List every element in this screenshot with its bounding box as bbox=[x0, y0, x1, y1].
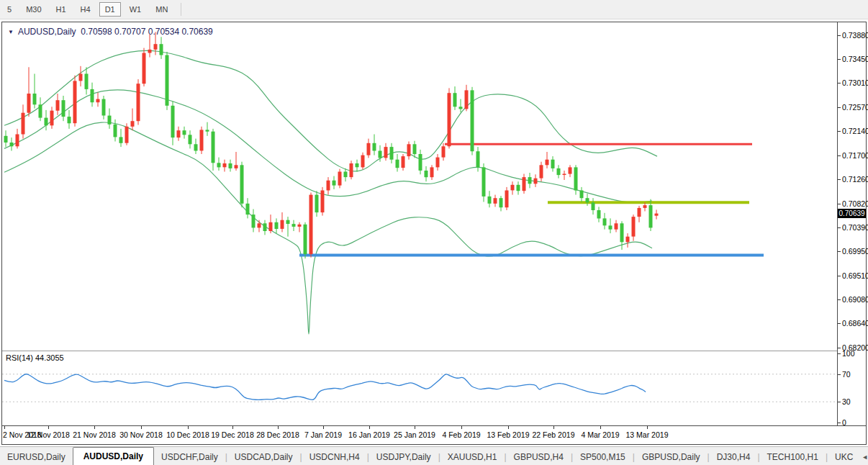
time-axis-label: 30 Nov 2018 bbox=[119, 430, 163, 439]
rsi-axis-label: 30 bbox=[842, 397, 851, 406]
tab-usdjpy-daily[interactable]: USDJPY,Daily bbox=[369, 449, 438, 465]
timeframe-button-5[interactable]: 5 bbox=[1, 2, 17, 17]
price-tick bbox=[838, 251, 841, 252]
time-axis-label: 13 Feb 2019 bbox=[487, 430, 530, 439]
price-axis-label: 0.69080 bbox=[842, 295, 868, 304]
toolbar-separator bbox=[181, 3, 181, 16]
price-axis-label: 0.72140 bbox=[842, 127, 868, 135]
price-axis-label: 0.69510 bbox=[842, 271, 868, 280]
tab-xauusd-h1[interactable]: XAUUSD,H1 bbox=[440, 449, 505, 465]
tab-usdcad-daily[interactable]: USDCAD,Daily bbox=[227, 449, 300, 465]
price-axis: 0.738800.734500.730100.725700.721400.717… bbox=[837, 22, 866, 425]
price-tick bbox=[838, 35, 841, 36]
tab-tech100-h1[interactable]: TECH100,H1 bbox=[760, 449, 826, 465]
tab-sp500-m15[interactable]: SP500,M15 bbox=[573, 449, 633, 465]
tab-scroll-left-icon[interactable]: ◄ bbox=[860, 453, 868, 465]
chart-window[interactable]: ▼AUDUSD,Daily 0.70598 0.70707 0.70534 0.… bbox=[1, 22, 867, 445]
rsi-indicator-label: RSI(14) 44.3055 bbox=[6, 353, 64, 362]
time-axis-label: 13 Mar 2019 bbox=[626, 430, 669, 439]
price-axis-label: 0.69950 bbox=[842, 247, 868, 256]
rsi-line bbox=[4, 374, 646, 400]
time-tick bbox=[553, 426, 554, 429]
tab-usdchf-daily[interactable]: USDCHF,Daily bbox=[154, 449, 225, 465]
tab-usdcnh-h4[interactable]: USDCNH,H4 bbox=[302, 449, 367, 465]
current-price-badge: 0.70639 bbox=[838, 209, 866, 218]
price-axis-label: 0.71260 bbox=[842, 175, 868, 184]
timeframe-button-d1[interactable]: D1 bbox=[99, 2, 121, 17]
time-axis-label: 4 Feb 2019 bbox=[442, 430, 480, 439]
tab-gbpusd-h4[interactable]: GBPUSD,H4 bbox=[507, 449, 571, 465]
timeframe-button-m30[interactable]: M30 bbox=[20, 2, 47, 17]
time-axis-label: 7 Jan 2019 bbox=[304, 430, 342, 439]
tab-ukc[interactable]: UKC bbox=[828, 449, 860, 465]
price-tick bbox=[838, 227, 841, 228]
price-tick bbox=[838, 107, 841, 108]
time-tick bbox=[278, 426, 279, 429]
price-tick bbox=[838, 155, 841, 156]
time-axis: 2 Nov 201812 Nov 201821 Nov 201830 Nov 2… bbox=[2, 425, 866, 443]
price-tick bbox=[838, 299, 841, 300]
bollinger-lower-band bbox=[4, 122, 652, 334]
time-axis-label: 4 Mar 2019 bbox=[581, 430, 619, 439]
price-axis-label: 0.68640 bbox=[842, 319, 868, 328]
tab-dj30-h4[interactable]: DJ30,H4 bbox=[710, 449, 758, 465]
time-tick bbox=[94, 426, 95, 429]
price-axis-label: 0.70390 bbox=[842, 223, 868, 232]
time-axis-label: 28 Dec 2018 bbox=[256, 430, 299, 439]
timeframe-button-w1[interactable]: W1 bbox=[124, 2, 148, 17]
chart-title: ▼AUDUSD,Daily 0.70598 0.70707 0.70534 0.… bbox=[8, 27, 213, 37]
price-axis-label: 0.70820 bbox=[842, 199, 868, 208]
timeframe-button-h4[interactable]: H4 bbox=[75, 2, 96, 17]
time-tick bbox=[647, 426, 648, 429]
price-tick bbox=[838, 204, 841, 204]
rsi-tick bbox=[838, 374, 841, 375]
chart-symbol-label: AUDUSD,Daily bbox=[18, 27, 76, 37]
price-tick bbox=[838, 179, 841, 180]
time-tick bbox=[4, 426, 5, 429]
price-axis-label: 0.71700 bbox=[842, 151, 868, 160]
time-tick bbox=[232, 426, 233, 429]
rsi-axis-label: 70 bbox=[842, 370, 851, 379]
chart-ohlc-values: 0.70598 0.70707 0.70534 0.70639 bbox=[81, 27, 213, 37]
rsi-axis-label: 0 bbox=[842, 418, 846, 427]
price-tick bbox=[838, 83, 841, 83]
rsi-tick bbox=[838, 353, 841, 354]
time-axis-label: 19 Dec 2018 bbox=[211, 430, 254, 439]
price-axis-label: 0.73880 bbox=[842, 31, 868, 40]
time-tick bbox=[48, 426, 49, 429]
time-tick bbox=[188, 426, 189, 429]
time-axis-label: 10 Dec 2018 bbox=[166, 430, 209, 439]
symbol-tab-bar: EURUSD,DailyAUDUSD,DailyUSDCHF,Daily|USD… bbox=[0, 446, 868, 465]
time-tick bbox=[141, 426, 142, 429]
time-tick bbox=[415, 426, 415, 429]
time-axis-label: 16 Jan 2019 bbox=[348, 430, 390, 439]
price-tick bbox=[838, 348, 841, 348]
main-chart-pane[interactable] bbox=[2, 22, 837, 351]
chart-dropdown-icon[interactable]: ▼ bbox=[8, 29, 14, 35]
timeframe-button-mn[interactable]: MN bbox=[150, 2, 173, 17]
price-tick bbox=[838, 323, 841, 324]
time-tick bbox=[600, 426, 601, 429]
timeframe-toolbar: 5M30H1H4D1W1MN bbox=[0, 0, 868, 19]
tab-gbpusd-daily[interactable]: GBPUSD,Daily bbox=[635, 449, 707, 465]
time-axis-label: 12 Nov 2018 bbox=[27, 430, 70, 439]
tab-eurusd-daily[interactable]: EURUSD,Daily bbox=[0, 449, 73, 465]
time-tick bbox=[323, 426, 324, 429]
timeframe-button-h1[interactable]: H1 bbox=[50, 2, 72, 17]
time-tick bbox=[508, 426, 509, 429]
rsi-axis-label: 100 bbox=[842, 349, 855, 358]
price-axis-label: 0.73450 bbox=[842, 55, 868, 63]
time-axis-label: 21 Nov 2018 bbox=[73, 430, 116, 439]
rsi-tick bbox=[838, 402, 841, 402]
rsi-pane[interactable] bbox=[2, 351, 837, 425]
price-axis-label: 0.72570 bbox=[842, 103, 868, 112]
time-tick bbox=[369, 426, 370, 429]
price-tick bbox=[838, 276, 841, 276]
time-axis-label: 22 Feb 2019 bbox=[533, 430, 575, 439]
time-tick bbox=[461, 426, 462, 429]
tab-audusd-daily[interactable]: AUDUSD,Daily bbox=[73, 447, 154, 465]
price-tick bbox=[838, 59, 841, 60]
price-tick bbox=[838, 131, 841, 132]
rsi-tick bbox=[838, 423, 841, 423]
time-axis-label: 25 Jan 2019 bbox=[394, 430, 435, 439]
